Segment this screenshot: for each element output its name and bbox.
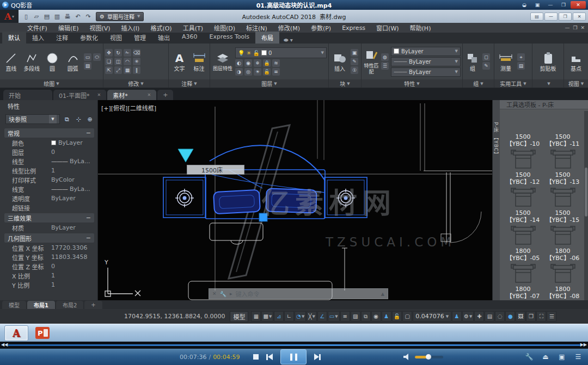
viewport-controls-label[interactable]: [+][俯视][二维线框] xyxy=(101,103,156,112)
mirror-icon[interactable]: ◫ xyxy=(114,58,122,65)
property-value[interactable]: ByColor xyxy=(51,176,75,183)
ribbon-tab[interactable]: 管理 xyxy=(128,32,152,44)
group-button[interactable]: 组 xyxy=(464,51,481,72)
new-file-icon[interactable]: ▯ xyxy=(22,12,30,21)
property-value[interactable]: 1 xyxy=(51,281,55,288)
volume-icon[interactable] xyxy=(403,353,411,361)
doc-restore-icon[interactable]: ❐ xyxy=(573,25,577,30)
insert-block-button[interactable]: 插入 xyxy=(330,51,349,72)
layout-tab[interactable]: 布局1 xyxy=(27,301,55,309)
clean-screen-icon[interactable]: ⛶ xyxy=(536,311,546,321)
quick-calc-icon[interactable]: ▤ xyxy=(517,62,525,70)
list-properties-icon[interactable]: ☰ xyxy=(381,62,389,70)
tool-palette-item[interactable]: 1500【YBC】-10 xyxy=(503,110,543,149)
layout-tab[interactable]: + xyxy=(84,301,102,309)
close-button[interactable]: ✕ xyxy=(571,1,586,9)
workspace-selector[interactable]: ⚙ 草图与注释 ▼ xyxy=(96,12,144,21)
line-button[interactable]: 直线 xyxy=(2,51,21,72)
explode-icon[interactable]: ✳ xyxy=(133,58,140,65)
model-space-button[interactable]: 模型 xyxy=(230,311,248,322)
ribbon-tab[interactable]: 插入 xyxy=(26,32,50,44)
property-section-header[interactable]: 常规− xyxy=(4,128,94,138)
property-value[interactable]: 1 xyxy=(51,272,55,279)
taskbar-powerpoint-button[interactable]: P xyxy=(30,325,54,341)
arc-button[interactable]: 圆弧 xyxy=(63,51,82,72)
ribbon-tab[interactable]: 默认 xyxy=(2,32,26,44)
tool-palette-side-tab[interactable]: P-床 【YBC】 xyxy=(492,100,500,300)
menu-item[interactable]: Express xyxy=(336,23,371,33)
command-close-icon[interactable]: ✕ xyxy=(212,291,217,296)
lineweight-dropdown[interactable]: ———ByLayer▼ xyxy=(391,57,461,66)
acad-minimize-button[interactable]: — xyxy=(544,13,558,21)
ribbon-tab[interactable]: 视图 xyxy=(104,32,128,44)
command-expand-icon[interactable]: ▲ xyxy=(381,292,384,296)
layer-on-icon[interactable]: ◑ xyxy=(235,68,243,76)
file-tab[interactable]: 素材*✕ xyxy=(107,90,156,100)
ribbon-tab[interactable]: 输出 xyxy=(152,32,176,44)
doc-close-icon[interactable]: ✕ xyxy=(580,25,585,30)
move-icon[interactable]: ✥ xyxy=(105,49,113,57)
property-value[interactable]: 0 xyxy=(51,263,55,270)
fillet-icon[interactable]: ◠ xyxy=(124,58,131,65)
stretch-icon[interactable]: ⇱ xyxy=(105,66,113,74)
select-objects-icon[interactable]: ⊹ xyxy=(74,115,83,123)
panel-view-footer[interactable]: 视图 xyxy=(568,79,579,88)
ribbon-tab[interactable]: A360 xyxy=(176,32,204,44)
text-button[interactable]: A 文字 xyxy=(170,51,188,72)
maximize-button[interactable]: ❐ xyxy=(558,1,569,9)
panel-annotate-footer[interactable]: 注释 xyxy=(181,79,192,88)
workspace-switching-icon[interactable]: ♟ xyxy=(452,311,462,321)
file-tab[interactable]: 开始 xyxy=(3,90,52,100)
selection-filter-icon[interactable]: ▭▼ xyxy=(328,311,340,321)
command-panel-icon[interactable]: ▤ xyxy=(485,311,494,321)
snapshot-icon[interactable]: ▣ xyxy=(558,353,566,361)
window-layout-icon[interactable]: ❐ xyxy=(526,311,536,321)
seek-forward-icon[interactable]: ▶▶ xyxy=(580,342,587,347)
panel-group-footer[interactable]: 组 xyxy=(473,79,479,88)
selection-cycling-icon[interactable]: ⧉ xyxy=(361,311,371,321)
doc-minimize-icon[interactable]: — xyxy=(565,25,569,30)
object-color-dropdown[interactable]: ByLayer▼ xyxy=(391,47,461,56)
file-tab[interactable]: 01-平面图*✕ xyxy=(53,90,106,100)
layer-match-icon[interactable]: ≋ xyxy=(272,59,280,67)
infer-constraints-icon[interactable]: ⊿ xyxy=(274,311,284,321)
rotate-icon[interactable]: ↻ xyxy=(114,49,122,57)
volume-slider[interactable] xyxy=(415,356,443,358)
layer-freeze-icon[interactable]: ❄ xyxy=(254,59,261,67)
tool-palette-title[interactable]: 工具选项板 - P-床 xyxy=(500,100,588,109)
command-line[interactable]: ✕ 🔧 ▸ 键入命令 ▲ xyxy=(209,288,388,299)
define-attribute-icon[interactable]: ① xyxy=(351,66,358,74)
property-value[interactable]: ByLayer xyxy=(51,224,76,231)
id-point-icon[interactable]: ⌖ xyxy=(517,53,525,61)
lineweight-icon[interactable]: ≡ xyxy=(340,311,350,321)
base-point-button[interactable]: 基点 xyxy=(566,51,586,72)
quick-select-icon[interactable]: ⊕ xyxy=(85,115,94,123)
annotation-monitor-icon[interactable]: ◉ xyxy=(371,311,381,321)
tool-palette-item[interactable]: 1800【YBC】-07 xyxy=(503,263,543,301)
property-value[interactable]: ———ByLa... xyxy=(51,158,90,165)
layer-isolate-icon[interactable]: ◉ xyxy=(244,59,252,67)
toggle-pickadd-icon[interactable]: ⧉ xyxy=(63,115,71,123)
autocad-logo-icon[interactable]: A▾ xyxy=(0,10,19,23)
ribbon-collapse-icon[interactable]: ⬬ ▾ xyxy=(284,37,293,44)
polyline-button[interactable]: 多段线 xyxy=(22,51,41,72)
layer-thaw-icon[interactable]: ☀ xyxy=(254,68,261,76)
object-snap-icon[interactable]: ╳▼ xyxy=(307,311,316,321)
clipboard-button[interactable]: 剪贴板 xyxy=(536,51,560,72)
collapse-icon[interactable]: − xyxy=(86,214,91,221)
collapse-icon[interactable]: − xyxy=(86,234,91,242)
menu-item[interactable]: 帮助(H) xyxy=(405,23,437,33)
layer-unlock-icon[interactable]: 🔓 xyxy=(263,68,271,76)
add-cross-icon[interactable]: ✚ xyxy=(474,311,484,321)
tool-palette-item[interactable]: 1500【YBC】-12 xyxy=(503,149,543,187)
panel-properties-footer[interactable]: 特性 xyxy=(404,79,415,88)
media-image-icon[interactable]: 🖼 xyxy=(516,311,525,321)
create-block-icon[interactable]: ▣ xyxy=(351,49,358,57)
taskbar-autocad-button[interactable]: A xyxy=(4,325,28,341)
ribbon-tab[interactable]: 参数化 xyxy=(74,32,104,44)
tool-palette-item[interactable]: 1500【YBC】-14 xyxy=(503,187,543,225)
chat-icon[interactable]: ◒ xyxy=(518,1,530,9)
offset-icon[interactable]: ∥ xyxy=(133,66,140,74)
graphics-performance-icon[interactable]: ● xyxy=(505,311,515,321)
edit-block-icon[interactable]: ✎ xyxy=(351,58,358,65)
